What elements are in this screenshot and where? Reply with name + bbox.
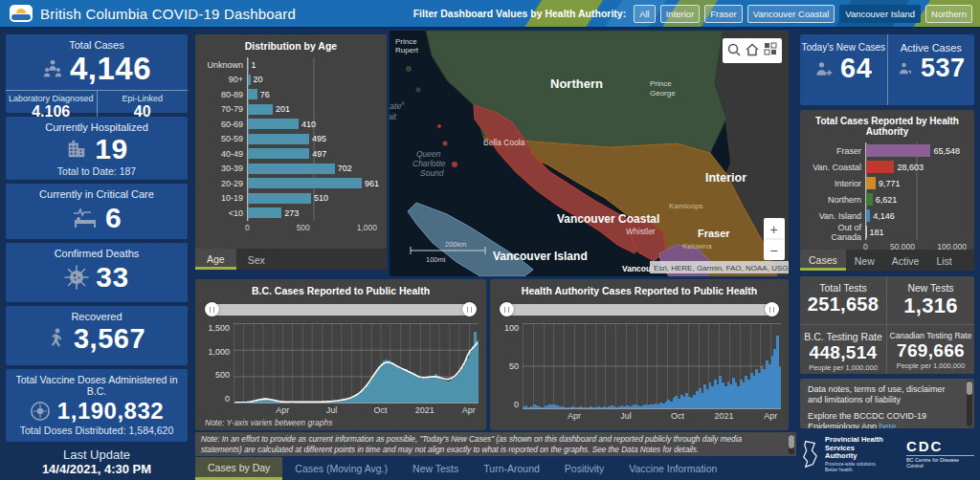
tab-new-tests[interactable]: New Tests [400,457,471,480]
filter-vancouver-island-button[interactable]: Vancouver Island [839,5,921,23]
recovered-value: 3,567 [74,323,145,355]
phsa-name-2: Services Authority [825,445,885,461]
epi-app-period: . [897,422,900,428]
bar-category-label: Interior [806,179,865,188]
map-zoom-control: + − [764,218,785,260]
bar-value-label: 495 [309,134,326,143]
bar-track: 201 [247,102,379,118]
critical-care-value: 6 [105,202,122,234]
bar-track: 495 [247,132,379,147]
ha-cases-range-slider[interactable] [501,304,777,316]
total-cases-value: 4,146 [70,51,151,87]
footer-logos: Provincial Health Services Authority Pro… [800,436,974,472]
bar [248,164,335,174]
filter-northern-button[interactable]: Northern [925,5,972,23]
ha-cases-x-axis: AprJulOct2021Apr [523,411,781,423]
tab-list[interactable]: List [927,250,960,271]
tab-vaccine-information[interactable]: Vaccine Information [616,457,729,480]
data-notes-panel: Data notes, terms of use, disclaimer and… [800,379,974,428]
map-zoom-out-button[interactable]: − [770,243,778,258]
dashboard: British Columbia COVID-19 Dashboard Filt… [0,0,980,480]
tab-sex[interactable]: Sex [236,249,277,270]
filter-label: Filter Dashboard Values by Health Author… [413,8,626,19]
note-scrollbar[interactable] [789,434,794,454]
bar-value-label: 702 [335,164,352,173]
x-tick-label: Apr [462,405,476,415]
tab-active[interactable]: Active [883,250,928,271]
age-sex-tabstrip: Age Sex [195,249,387,270]
bc-rate-value: 448,514 [800,342,886,363]
ha-cases-y-axis: 100 50 0 [494,323,523,409]
bar-row: 60-69410 [201,117,379,132]
slider-handle-right[interactable] [765,302,779,316]
deaths-title: Confirmed Deaths [6,243,188,259]
ha-cases-plot [523,323,781,409]
bar-row: 40-49497 [201,146,379,162]
bar-track: 6,621 [865,191,967,207]
yaxis-note: Note: Y-axis varies between graphs [205,418,332,427]
notes-scrollbar[interactable] [967,381,972,426]
bar-row: Out of Canada181 [806,224,967,240]
tests-panel: Total Tests 251,658 New Tests 1,316 B.C.… [800,276,974,374]
x-tick-label: Apr [276,405,289,415]
ca-rate-value: 769,666 [887,340,974,361]
map-label-bella-coola: Bella Coola [483,138,525,147]
map-zoom-in-button[interactable]: + [770,222,778,237]
scrollbar-thumb[interactable] [967,382,972,395]
bar-value-label: 1 [249,60,256,70]
bc-testing-rate-stat: B.C. Testing Rate 448,514 People per 1,0… [800,325,887,374]
slider-handle-left[interactable] [500,302,514,316]
bar [248,134,309,144]
epi-app-link[interactable]: here [880,422,897,428]
tab-cases-by-day[interactable]: Cases by Day [195,457,282,480]
bar-row: <10273 [201,206,379,221]
filter-fraser-button[interactable]: Fraser [704,5,742,23]
tab-cases[interactable]: Cases [800,250,846,271]
scrollbar-thumb[interactable] [789,435,794,448]
filter-vancouver-coastal-button[interactable]: Vancouver Coastal [747,5,835,23]
bar-category-label: 70-79 [201,104,247,114]
bar-track: 702 [247,162,379,177]
person-plus-icon [814,59,834,78]
bar-value-label: 4,146 [870,211,895,221]
bar-track: 20 [247,73,379,88]
x-tick-label: 2021 [715,411,734,421]
bar-category-label: 50-59 [201,134,247,143]
bar-category-label: Van. Coastal [806,163,865,172]
filter-interior-button[interactable]: Interior [660,5,701,23]
phsa-tag-1: Province-wide solutions. [825,461,885,467]
ha-cases-bars [523,323,781,408]
bar-track: 4,146 [865,207,967,224]
bc-cases-range-slider[interactable] [207,304,475,316]
bar [248,119,299,129]
tab-cases-moving-avg[interactable]: Cases (Moving Avg.) [282,457,400,480]
x-tick-label: Oct [671,411,684,421]
bar-category-label: 20-29 [201,179,247,188]
total-tests-value: 251,658 [800,294,886,316]
total-tests-stat: Total Tests 251,658 [800,276,887,325]
tab-turn-around[interactable]: Turn-Around [471,457,552,480]
tab-new[interactable]: New [846,250,883,271]
walking-person-icon [48,328,67,351]
bar-value-label: 510 [311,193,328,203]
map-label-prince-rupert-2: Rupert [395,46,419,55]
bar-row: 70-79201 [201,102,379,118]
recovered-card: Recovered 3,567 [6,306,188,365]
critical-care-card: Currently in Critical Care 6 [6,184,188,239]
bar-track: 410 [247,117,379,132]
x-tick-label: Apr [764,411,777,421]
health-authority-map[interactable]: Prince Rupert Hecate Strait Northern Pri… [390,31,789,276]
slider-handle-right[interactable] [462,302,477,316]
bar-category-label: Van. Island [806,211,865,221]
ca-rate-sub: People per 1,000,000 [887,361,974,370]
slider-handle-left[interactable] [205,302,219,316]
bar [248,178,362,188]
tab-positivity[interactable]: Positivity [552,457,616,480]
bar [866,144,930,156]
x-tick-label: Oct [374,405,388,415]
tab-age[interactable]: Age [195,249,236,270]
bar [248,148,309,159]
filter-all-button[interactable]: All [634,5,656,23]
age-xtick-1000: 1,000 [357,223,377,232]
bar-row: Unknown1 [201,57,379,73]
